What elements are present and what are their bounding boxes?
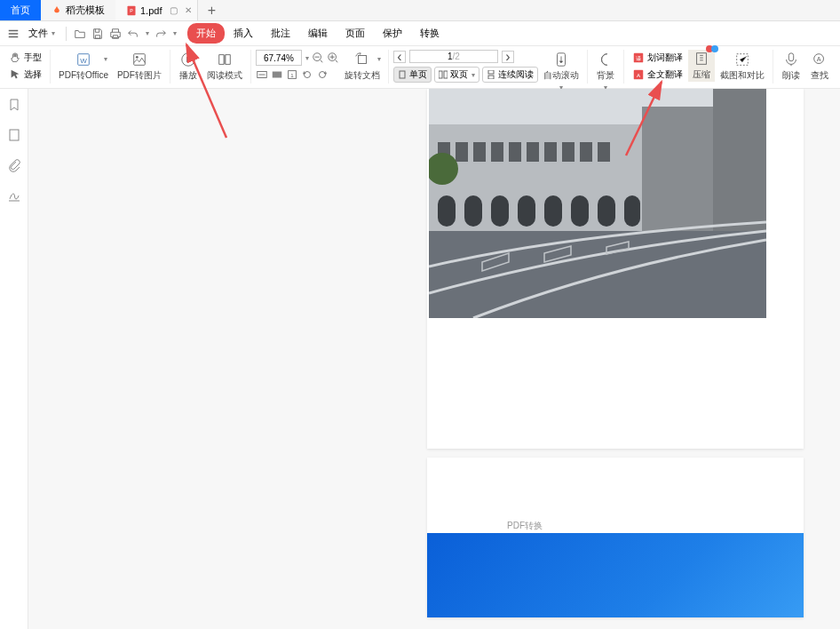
pdf-icon: P <box>126 5 137 16</box>
search-icon: A <box>812 52 828 68</box>
fire-icon <box>52 5 62 16</box>
select-tool[interactable]: 选择 <box>5 67 45 83</box>
file-menu[interactable]: 文件 ▾ <box>25 25 59 42</box>
svg-text:P: P <box>130 8 133 13</box>
svg-rect-13 <box>358 56 366 64</box>
zoom-input[interactable] <box>256 50 302 66</box>
pdf-page-1 <box>427 89 804 449</box>
rotate-doc-button[interactable]: 旋转文档 ▾ <box>341 50 384 84</box>
tab-close-icon[interactable]: ✕ <box>185 5 192 15</box>
menu-start[interactable]: 开始 <box>187 23 225 44</box>
toolbar: 手型 选择 W PDF转Office ▾ PDF转图片 播放 阅读模式 ▾ <box>0 46 840 89</box>
svg-rect-26 <box>697 53 707 65</box>
svg-text:W: W <box>80 57 87 65</box>
play-icon <box>180 52 196 68</box>
full-translate-button[interactable]: A 全文翻译 <box>629 67 686 83</box>
chevron-down-icon[interactable]: ▾ <box>305 54 309 62</box>
folder-open-icon[interactable] <box>74 28 86 40</box>
svg-text:A: A <box>817 55 821 63</box>
chevron-down-icon: ▾ <box>104 55 107 63</box>
play-button[interactable]: 播放 <box>175 50 202 84</box>
signature-icon[interactable] <box>7 188 21 203</box>
select-label: 选择 <box>24 68 42 81</box>
single-page-button[interactable]: 单页 <box>393 67 432 83</box>
read-aloud-label: 朗读 <box>782 69 800 82</box>
svg-rect-31 <box>10 130 19 140</box>
svg-rect-37 <box>713 89 766 231</box>
double-page-button[interactable]: 双页 ▾ <box>434 67 479 83</box>
attachment-icon[interactable] <box>7 158 21 172</box>
pdf-to-image-button[interactable]: PDF转图片 <box>114 50 165 84</box>
menu-page[interactable]: 页面 <box>337 23 374 44</box>
tab-minimize-icon[interactable]: ▢ <box>170 5 178 15</box>
badge-icon <box>706 44 718 53</box>
compress-button[interactable]: 压缩 <box>688 50 715 82</box>
menu-convert[interactable]: 转换 <box>411 23 448 44</box>
screenshot-icon <box>734 52 750 68</box>
svg-rect-17 <box>488 70 494 74</box>
translate-group: 译 划词翻译 A 全文翻译 <box>629 50 686 83</box>
prev-page-icon[interactable]: ‹ <box>393 51 406 63</box>
menu-annotate[interactable]: 批注 <box>262 23 299 44</box>
rotate-icon <box>354 52 370 68</box>
screenshot-compare-button[interactable]: 截图和对比 <box>717 50 768 84</box>
scroll-icon <box>553 52 569 68</box>
fit-width-icon[interactable] <box>256 68 268 81</box>
hand-select-group: 手型 选择 <box>5 50 45 83</box>
chevron-down-icon[interactable]: ▾ <box>146 29 149 37</box>
cursor-icon <box>9 68 21 81</box>
chevron-down-icon[interactable]: ▾ <box>173 29 177 37</box>
svg-rect-10 <box>273 72 282 78</box>
read-mode-button[interactable]: 阅读模式 <box>203 50 246 84</box>
translate-all-icon: A <box>632 68 645 81</box>
svg-rect-44 <box>598 195 615 227</box>
menu-insert[interactable]: 插入 <box>225 23 262 44</box>
auto-scroll-button[interactable]: 自动滚动 ▾ <box>540 50 582 93</box>
continuous-button[interactable]: 连续阅读 <box>482 67 538 83</box>
redo-icon[interactable] <box>155 28 167 40</box>
tab-home[interactable]: 首页 <box>0 0 41 20</box>
moon-icon <box>598 52 614 68</box>
tab-template[interactable]: 稻壳模板 <box>41 0 115 20</box>
find-button[interactable]: A 查找 <box>806 50 833 84</box>
tab-add-button[interactable]: + <box>198 0 225 20</box>
fit-page-icon[interactable] <box>271 68 283 81</box>
rotate-doc-label: 旋转文档 <box>345 69 380 82</box>
thumbnail-icon[interactable] <box>7 128 21 142</box>
svg-rect-16 <box>444 71 448 78</box>
separator <box>773 50 773 84</box>
read-aloud-button[interactable]: 朗读 <box>778 50 804 84</box>
svg-text:1: 1 <box>290 72 294 78</box>
svg-rect-41 <box>518 195 535 227</box>
bookmark-icon[interactable] <box>7 98 21 112</box>
zoom-out-icon[interactable] <box>312 52 324 64</box>
zoom-in-icon[interactable] <box>327 52 339 64</box>
actual-size-icon[interactable]: 1 <box>286 68 298 81</box>
menu-protect[interactable]: 保护 <box>374 23 411 44</box>
word-translate-button[interactable]: 译 划词翻译 <box>629 50 686 66</box>
next-page-icon[interactable]: › <box>502 51 514 63</box>
pdf-to-office-button[interactable]: W PDF转Office ▾ <box>55 50 112 84</box>
print-icon[interactable] <box>109 28 122 40</box>
page-input[interactable]: 1/2 <box>409 50 498 63</box>
rotate-left-icon[interactable] <box>301 68 313 81</box>
rotate-right-icon[interactable] <box>316 68 329 81</box>
menu-icon[interactable] <box>7 28 20 40</box>
menu-edit[interactable]: 编辑 <box>299 23 337 44</box>
tab-file[interactable]: P 1.pdf ▢ ✕ <box>115 0 198 20</box>
hand-label: 手型 <box>24 52 42 64</box>
svg-rect-55 <box>598 142 610 162</box>
read-mode-label: 阅读模式 <box>207 69 242 82</box>
svg-rect-54 <box>580 142 592 162</box>
hand-tool[interactable]: 手型 <box>5 50 45 66</box>
pdf-to-image-label: PDF转图片 <box>117 69 162 82</box>
undo-icon[interactable] <box>127 28 139 40</box>
svg-rect-52 <box>544 142 557 162</box>
svg-rect-49 <box>491 142 503 162</box>
svg-rect-28 <box>788 53 793 61</box>
microphone-icon <box>783 52 799 68</box>
save-icon[interactable] <box>91 28 104 40</box>
page2-blue-area <box>427 533 804 617</box>
background-button[interactable]: 背景 ▾ <box>592 50 619 93</box>
document-viewport[interactable]: PDF转换 <box>28 89 840 629</box>
